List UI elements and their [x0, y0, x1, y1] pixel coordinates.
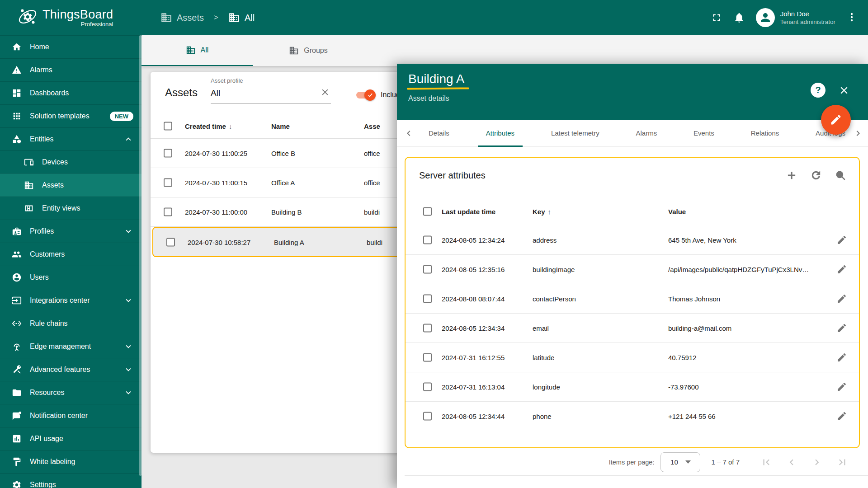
sidebar-item-devices[interactable]: Devices	[0, 150, 142, 174]
edit-attribute-icon[interactable]	[836, 323, 847, 333]
tabs-scroll-right-icon[interactable]	[853, 128, 863, 139]
sidebar-item-advanced-features[interactable]: Advanced features	[0, 358, 142, 381]
col-value[interactable]: Value	[668, 207, 686, 215]
add-attribute-icon[interactable]	[786, 169, 797, 181]
sidebar-item-home[interactable]: Home	[0, 35, 142, 58]
attribute-row[interactable]: 2024-08-05 12:34:34 email building-a@mai…	[406, 313, 859, 343]
row-checkbox[interactable]	[166, 238, 175, 246]
items-per-page-select[interactable]: 10	[660, 452, 700, 472]
last-page-icon[interactable]	[836, 456, 848, 468]
sidebar-item-rule-chains[interactable]: Rule chains	[0, 312, 142, 335]
include-customers-toggle[interactable]: Includ	[356, 91, 400, 99]
tab-latest-telemetry[interactable]: Latest telemetry	[549, 120, 601, 147]
bell-icon[interactable]	[733, 12, 745, 23]
attribute-row[interactable]: 2024-07-31 16:13:04 longitude -73.97600	[406, 372, 859, 401]
tab-attributes[interactable]: Attributes	[484, 120, 516, 147]
sidebar: ThingsBoard Professional Home Alarms Das…	[0, 0, 142, 488]
home-icon	[11, 42, 22, 52]
breadcrumb-assets[interactable]: Assets	[160, 12, 204, 23]
breadcrumb-separator: >	[214, 13, 218, 22]
edit-fab-button[interactable]	[821, 105, 851, 135]
sidebar-item-integrations-center[interactable]: Integrations center	[0, 289, 142, 312]
sidebar-item-dashboards[interactable]: Dashboards	[0, 81, 142, 104]
asset-profile-value: All	[211, 88, 220, 98]
refresh-icon[interactable]	[810, 169, 822, 181]
category-shapes-icon	[11, 134, 22, 145]
edit-attribute-icon[interactable]	[836, 381, 847, 392]
row-checkbox[interactable]	[423, 295, 432, 303]
tab-groups[interactable]: Groups	[253, 35, 364, 66]
edit-attribute-icon[interactable]	[836, 352, 847, 363]
row-checkbox[interactable]	[423, 353, 432, 362]
edit-attribute-icon[interactable]	[836, 264, 847, 275]
close-icon[interactable]	[838, 84, 850, 96]
sidebar-item-alarms[interactable]: Alarms	[0, 58, 142, 81]
sidebar-scrollbar[interactable]	[139, 35, 142, 476]
row-checkbox[interactable]	[423, 265, 432, 274]
first-page-icon[interactable]	[760, 456, 772, 468]
tab-all[interactable]: All	[142, 35, 253, 66]
clear-filter-icon[interactable]	[320, 87, 330, 99]
fullscreen-icon[interactable]	[711, 12, 722, 23]
breadcrumb-all[interactable]: All	[228, 12, 255, 23]
avatar	[756, 8, 775, 27]
attribute-row[interactable]: 2024-07-31 16:12:55 latitude 40.75912	[406, 343, 859, 372]
row-checkbox[interactable]	[423, 235, 432, 244]
col-created-time[interactable]: Created time↓	[185, 122, 232, 130]
select-all-checkbox[interactable]	[164, 122, 172, 130]
col-asset-profile[interactable]: Asse	[364, 122, 380, 130]
col-name[interactable]: Name	[271, 122, 290, 130]
sidebar-item-notification-center[interactable]: Notification center	[0, 404, 142, 427]
sidebar-item-settings[interactable]: Settings	[0, 473, 142, 488]
sidebar-item-white-labeling[interactable]: White labeling	[0, 450, 142, 473]
prev-page-icon[interactable]	[786, 456, 797, 468]
tools-icon	[11, 364, 22, 375]
sort-desc-icon: ↓	[229, 122, 232, 130]
next-page-icon[interactable]	[811, 456, 823, 468]
attribute-row[interactable]: 2024-08-05 12:34:24 address 645 5th Ave,…	[406, 225, 859, 254]
row-checkbox[interactable]	[164, 149, 172, 158]
sidebar-item-resources[interactable]: Resources	[0, 381, 142, 404]
edit-attribute-icon[interactable]	[836, 235, 847, 245]
row-checkbox[interactable]	[423, 324, 432, 333]
tab-relations[interactable]: Relations	[749, 120, 781, 147]
sidebar-item-profiles[interactable]: Profiles	[0, 220, 142, 243]
chevron-down-icon	[123, 226, 133, 236]
sidebar-item-users[interactable]: Users	[0, 266, 142, 289]
chevron-down-icon	[685, 460, 691, 464]
help-icon[interactable]: ?	[811, 83, 826, 98]
sidebar-item-customers[interactable]: Customers	[0, 243, 142, 266]
tab-alarms[interactable]: Alarms	[634, 120, 659, 147]
tab-details[interactable]: Details	[427, 120, 451, 147]
search-icon[interactable]	[835, 169, 846, 181]
asset-profile-label: Asset profile	[211, 77, 331, 84]
sidebar-item-entities[interactable]: Entities	[0, 127, 142, 150]
attribute-row[interactable]: 2024-08-05 12:35:16 buildingImage /api/i…	[406, 254, 859, 284]
edit-attribute-icon[interactable]	[836, 411, 847, 422]
kebab-menu-icon[interactable]	[846, 12, 858, 23]
sidebar-item-solution-templates[interactable]: Solution templates NEW	[0, 104, 142, 127]
tab-events[interactable]: Events	[692, 120, 716, 147]
sidebar-item-entity-views[interactable]: Entity views	[0, 197, 142, 220]
col-last-update-time[interactable]: Last update time	[442, 207, 495, 215]
sidebar-item-api-usage[interactable]: API usage	[0, 427, 142, 450]
row-checkbox[interactable]	[164, 208, 172, 216]
attributes-card-title: Server attributes	[419, 170, 486, 181]
sidebar-item-edge-management[interactable]: Edge management	[0, 335, 142, 358]
row-checkbox[interactable]	[423, 412, 432, 421]
topbar-actions: John Doe Tenant administrator	[711, 8, 868, 27]
row-checkbox[interactable]	[164, 178, 172, 187]
chevron-down-icon	[123, 388, 133, 398]
attribute-row[interactable]: 2024-08-08 08:07:44 contactPerson Thomas…	[406, 284, 859, 313]
asset-profile-filter[interactable]: Asset profile All	[211, 77, 331, 103]
col-key[interactable]: Key↑	[533, 207, 551, 215]
select-all-checkbox[interactable]	[423, 207, 432, 216]
tabs-scroll-left-icon[interactable]	[403, 128, 414, 139]
chevron-up-icon	[123, 134, 133, 144]
row-checkbox[interactable]	[423, 383, 432, 391]
sidebar-item-assets[interactable]: Assets	[0, 174, 142, 197]
attribute-row[interactable]: 2024-08-05 12:34:44 phone +121 244 55 66	[406, 401, 859, 431]
edit-attribute-icon[interactable]	[836, 293, 847, 304]
toggle-switch[interactable]	[356, 92, 373, 99]
user-menu[interactable]: John Doe Tenant administrator	[756, 8, 835, 27]
